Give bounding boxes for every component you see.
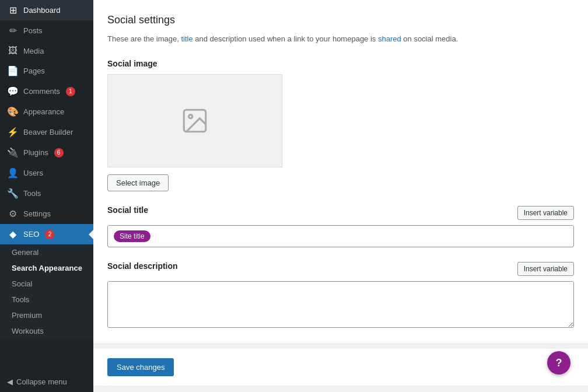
sidebar-item-media[interactable]: 🖼 Media	[0, 41, 93, 61]
sidebar: ⊞ Dashboard ✏ Posts 🖼 Media 📄 Pages 💬 Co…	[0, 0, 93, 392]
sidebar-item-label: Posts	[23, 26, 43, 35]
social-description-input[interactable]	[107, 281, 574, 328]
social-title-section: Social title Insert variable Site title	[107, 205, 574, 247]
seo-submenu-workouts[interactable]: Workouts	[0, 323, 93, 339]
sidebar-item-appearance[interactable]: 🎨 Appearance	[0, 102, 93, 122]
social-description-label: Social description	[107, 261, 178, 271]
appearance-icon: 🎨	[7, 106, 19, 117]
social-description-header: Social description Insert variable	[107, 261, 574, 276]
collapse-arrow-icon: ◀	[7, 377, 13, 386]
seo-submenu-social[interactable]: Social	[0, 276, 93, 292]
sidebar-arrow	[89, 230, 93, 239]
sidebar-item-label: SEO	[23, 230, 39, 239]
description-text: These are the image, title and descripti…	[107, 33, 574, 45]
social-title-input[interactable]: Site title	[107, 225, 574, 247]
sidebar-item-tools[interactable]: 🔧 Tools	[0, 183, 93, 204]
posts-icon: ✏	[7, 25, 19, 36]
comments-icon: 💬	[7, 86, 19, 97]
sidebar-item-pages[interactable]: 📄 Pages	[0, 61, 93, 81]
sidebar-item-beaver-builder[interactable]: ⚡ Beaver Builder	[0, 122, 93, 142]
image-placeholder-icon	[180, 106, 209, 135]
seo-submenu-tools[interactable]: Tools	[0, 292, 93, 307]
save-changes-button[interactable]: Save changes	[107, 358, 174, 376]
sidebar-item-dashboard[interactable]: ⊞ Dashboard	[0, 0, 93, 20]
title-link[interactable]: title	[181, 34, 192, 43]
sidebar-item-label: Tools	[23, 189, 41, 198]
social-image-placeholder	[107, 74, 282, 167]
seo-submenu-search-appearance[interactable]: Search Appearance	[0, 260, 93, 276]
tools-icon: 🔧	[7, 188, 19, 199]
collapse-menu-button[interactable]: ◀ Collapse menu	[0, 372, 93, 392]
sidebar-item-label: Comments	[23, 87, 60, 96]
collapse-menu-label: Collapse menu	[16, 377, 67, 386]
social-image-label: Social image	[107, 59, 574, 68]
help-icon: ?	[556, 357, 562, 369]
shared-link[interactable]: shared	[378, 34, 401, 43]
media-icon: 🖼	[7, 46, 19, 56]
sidebar-item-label: Appearance	[23, 107, 64, 116]
seo-submenu-general[interactable]: General	[0, 244, 93, 260]
select-image-button[interactable]: Select image	[107, 174, 169, 191]
sidebar-item-posts[interactable]: ✏ Posts	[0, 20, 93, 41]
seo-badge: 2	[45, 230, 54, 239]
site-title-token: Site title	[114, 230, 150, 242]
social-title-label: Social title	[107, 205, 148, 215]
insert-variable-button-description[interactable]: Insert variable	[517, 262, 574, 276]
plugins-icon: 🔌	[7, 147, 19, 158]
comments-badge: 1	[66, 87, 75, 96]
insert-variable-button-title[interactable]: Insert variable	[517, 206, 574, 220]
sidebar-item-label: Users	[23, 169, 43, 177]
sidebar-item-users[interactable]: 👤 Users	[0, 163, 93, 183]
settings-icon: ⚙	[7, 208, 19, 219]
social-title-header: Social title Insert variable	[107, 205, 574, 220]
svg-point-1	[189, 114, 192, 118]
sidebar-item-label: Media	[23, 47, 44, 55]
social-image-section: Social image Select image	[107, 59, 574, 191]
dashboard-icon: ⊞	[7, 5, 19, 16]
section-title: Social settings	[107, 14, 574, 26]
seo-submenu: General Search Appearance Social Tools P…	[0, 244, 93, 339]
sidebar-item-label: Beaver Builder	[23, 128, 73, 136]
save-panel: Save changes	[93, 349, 588, 386]
social-settings-panel: Social settings These are the image, tit…	[93, 0, 588, 344]
sidebar-item-label: Settings	[23, 209, 51, 218]
sidebar-item-plugins[interactable]: 🔌 Plugins 6	[0, 142, 93, 163]
pages-icon: 📄	[7, 65, 19, 76]
seo-icon: ◆	[7, 229, 19, 240]
users-icon: 👤	[7, 167, 19, 178]
sidebar-item-comments[interactable]: 💬 Comments 1	[0, 81, 93, 102]
sidebar-item-settings[interactable]: ⚙ Settings	[0, 204, 93, 224]
plugins-badge: 6	[54, 148, 64, 158]
main-content: Social settings These are the image, tit…	[93, 0, 588, 392]
sidebar-item-label: Dashboard	[23, 6, 61, 15]
seo-submenu-premium[interactable]: Premium	[0, 307, 93, 323]
beaver-builder-icon: ⚡	[7, 127, 19, 138]
sidebar-item-seo[interactable]: ◆ SEO 2	[0, 224, 93, 244]
help-button[interactable]: ?	[547, 351, 570, 374]
social-description-section: Social description Insert variable	[107, 261, 574, 330]
sidebar-item-label: Pages	[23, 66, 45, 75]
sidebar-item-label: Plugins	[23, 148, 48, 157]
